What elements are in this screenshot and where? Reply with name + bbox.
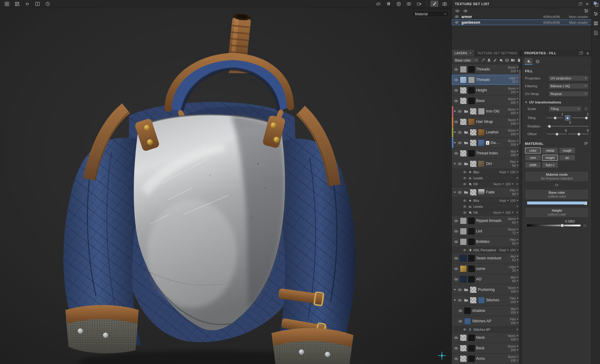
texture-set-shader[interactable]: Main shader [562, 21, 588, 24]
blend-mode-dropdown[interactable]: Norm [508, 355, 518, 359]
visibility-toggle-icon[interactable] [463, 248, 467, 252]
layer-row-stitches-ap[interactable]: Stitches APPthr100 [452, 316, 521, 327]
blend-mode-dropdown[interactable]: Pthr [510, 318, 518, 321]
layer-thumbnail[interactable] [478, 189, 485, 196]
visibility-toggle-icon[interactable] [454, 346, 459, 351]
visibility-toggle-icon[interactable] [457, 190, 462, 195]
tools-icon[interactable] [480, 57, 486, 63]
visibility-toggle-icon[interactable] [454, 240, 459, 244]
opacity-dropdown[interactable]: 71 [512, 231, 518, 235]
layer-thumbnail[interactable] [460, 217, 467, 224]
tab-texture-set-settings[interactable]: TEXTURE SET SETTINGS [475, 50, 520, 56]
visibility-toggle-icon[interactable] [457, 162, 462, 166]
visibility-toggle-icon[interactable] [458, 309, 463, 313]
visibility-toggle-icon[interactable] [454, 357, 459, 361]
layer-thumbnail[interactable] [460, 118, 467, 125]
visibility-toggle-icon[interactable] [458, 319, 463, 324]
layer-row-ao[interactable]: AOMul60 [452, 274, 521, 285]
layer-thumbnail[interactable] [468, 265, 475, 272]
remove-effect-icon[interactable]: × [516, 182, 518, 186]
folder-new-icon[interactable] [510, 57, 516, 63]
visibility-toggle-icon[interactable] [463, 182, 467, 186]
expand-caret-icon[interactable] [454, 111, 456, 112]
opacity-dropdown[interactable]: 100 [510, 338, 518, 341]
visibility-toggle-icon[interactable] [454, 88, 459, 93]
layer-thumbnail[interactable] [464, 307, 471, 314]
layer-thumbnail[interactable] [470, 189, 477, 196]
opacity-dropdown[interactable]: 20 [512, 269, 518, 272]
toggle-all-visibility-icon[interactable] [455, 9, 460, 13]
effect-blend-controls[interactable]: Repl100 [500, 199, 518, 202]
layer-effect-levels[interactable]: Levels× [452, 175, 521, 181]
layer-thumbnail[interactable] [468, 345, 475, 352]
uv-wrap-dropdown[interactable]: Repeat [548, 91, 589, 97]
visibility-toggle-icon[interactable] [457, 288, 462, 292]
visibility-toggle-icon[interactable] [457, 130, 462, 135]
layer-thumbnail[interactable] [470, 129, 477, 136]
layer-thumbnail[interactable] [460, 255, 467, 262]
visibility-toggle-icon[interactable] [454, 14, 459, 19]
layer-thumbnail[interactable] [468, 66, 475, 73]
blend-mode-dropdown[interactable]: Ldge [509, 265, 518, 269]
texture-set-row-armor[interactable]: armor4096x4096Main shader [452, 14, 592, 19]
blend-mode-dropdown[interactable]: Norm [508, 139, 518, 143]
layer-thumbnail[interactable] [468, 150, 475, 157]
opacity-dropdown[interactable]: 100 [510, 321, 518, 325]
visibility-toggle-icon[interactable] [457, 141, 462, 145]
visibility-toggle-icon[interactable] [457, 109, 462, 114]
display-panel-icon[interactable] [593, 11, 599, 16]
opacity-dropdown[interactable]: 80 [512, 192, 518, 196]
opacity-dropdown[interactable]: 60 [512, 279, 518, 283]
visibility-toggle-icon[interactable] [454, 20, 459, 25]
layer-thumbnail[interactable] [468, 276, 475, 283]
shelf-panel-icon[interactable] [593, 21, 599, 26]
blend-mode-dropdown[interactable]: Norm [508, 228, 518, 231]
visibility-toggle-icon[interactable] [454, 99, 459, 103]
tiling-y-slider[interactable]: 1 [572, 116, 589, 120]
layer-thumbnail[interactable] [478, 160, 485, 167]
visibility-toggle-icon[interactable] [454, 267, 459, 271]
layer-thumbnail[interactable] [460, 345, 467, 352]
layer-row-stitches[interactable]: StitchesPthr100 [452, 295, 521, 306]
visibility-toggle-icon[interactable] [463, 170, 467, 174]
opacity-dropdown[interactable]: 100 [510, 348, 518, 352]
layer-row-threads[interactable]: ThreadsLdge21 [452, 75, 521, 85]
texture-set-shader[interactable]: Main shader [562, 15, 588, 19]
height-slider[interactable] [527, 224, 587, 228]
channel-ao[interactable]: ao [559, 155, 575, 161]
selection-grid-tool-icon[interactable] [3, 1, 11, 7]
opacity-dropdown[interactable]: 60 [512, 221, 518, 224]
detach-panel-icon[interactable] [578, 2, 583, 6]
scale-mode-dropdown[interactable]: Tiling [548, 106, 582, 112]
3d-viewport[interactable]: Material [0, 8, 452, 364]
blend-mode-dropdown[interactable]: Norm [508, 217, 518, 221]
trash-icon[interactable] [516, 57, 522, 63]
layer-row-iron-old[interactable]: Iron OldNorm100 [452, 106, 521, 117]
brush-small-icon[interactable] [492, 57, 498, 63]
blend-mode-dropdown[interactable]: Norm [508, 334, 518, 338]
channel-rough[interactable]: rough [559, 148, 575, 154]
layer-thumbnail[interactable] [460, 97, 467, 104]
isolate-tool-icon[interactable] [374, 1, 382, 7]
layer-thumbnail[interactable] [470, 108, 477, 115]
document-panel-icon[interactable] [593, 31, 599, 35]
material-properties-tab[interactable] [533, 58, 542, 65]
visibility-toggle-icon[interactable] [454, 229, 459, 234]
visibility-toggle-icon[interactable] [454, 256, 459, 261]
blend-mode-dropdown[interactable]: Mul [511, 150, 518, 153]
capture-tool-icon[interactable] [415, 1, 423, 7]
viewport-layout-tool-icon[interactable] [34, 1, 41, 7]
opacity-dropdown[interactable]: 100 [510, 154, 518, 157]
expand-caret-icon[interactable] [454, 163, 456, 165]
channel-selector-dropdown[interactable]: Base color [453, 57, 479, 63]
layer-thumbnail[interactable] [470, 297, 477, 304]
blend-mode-dropdown[interactable]: Pthr [510, 160, 518, 164]
layer-row-shadow[interactable]: shadowMul100 [452, 306, 521, 316]
close-tab-icon[interactable]: × [469, 51, 471, 55]
material-options-icon[interactable] [584, 142, 589, 145]
layer-thumbnail[interactable] [478, 129, 485, 136]
visibility-toggle-icon[interactable] [463, 205, 467, 208]
offset-x-slider[interactable]: 0 [547, 132, 567, 136]
tiling-lock-button[interactable] [565, 115, 570, 121]
filter-texture-sets-icon[interactable] [584, 8, 589, 13]
